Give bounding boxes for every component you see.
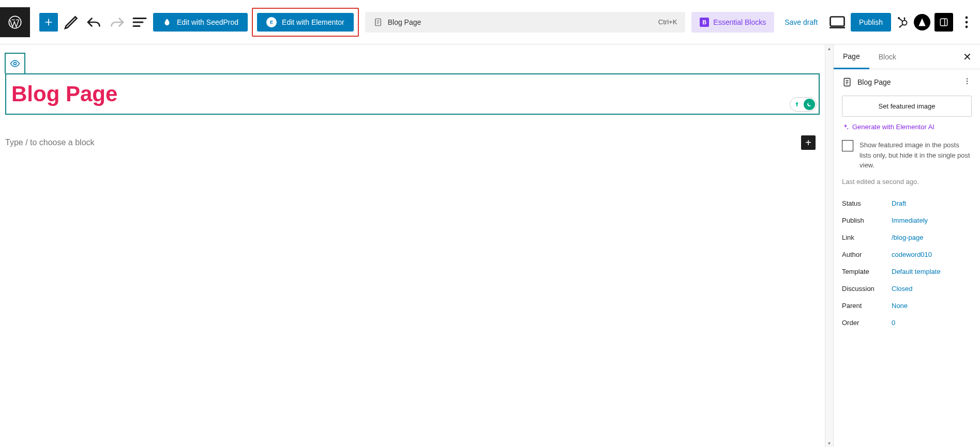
author-value[interactable]: codeword010 (892, 251, 932, 258)
svg-point-13 (967, 78, 968, 79)
tools-button[interactable] (62, 13, 81, 32)
meta-status: StatusDraft (842, 195, 972, 212)
elementor-label: Edit with Elementor (282, 18, 344, 26)
document-title-bar[interactable]: Blog Page Ctrl+K (365, 12, 686, 33)
generate-ai-link[interactable]: Generate with Elementor AI (842, 123, 972, 131)
svg-point-6 (899, 26, 900, 27)
wordpress-icon (8, 15, 22, 29)
hubspot-icon (896, 16, 909, 28)
elementor-highlight-box: E Edit with Elementor (252, 8, 359, 37)
order-value[interactable]: 0 (892, 319, 895, 327)
main-area: Blog Page Type / to choose a block + ▴ ▾… (0, 44, 980, 447)
svg-rect-2 (831, 17, 845, 26)
scroll-up-icon[interactable]: ▴ (825, 45, 833, 51)
more-vertical-icon (957, 13, 976, 32)
visibility-tab[interactable] (5, 53, 25, 73)
scroll-down-icon[interactable]: ▾ (825, 440, 833, 446)
paragraph-block[interactable]: Type / to choose a block + (5, 135, 820, 150)
featured-checkbox-label: Show featured image in the posts lists o… (860, 140, 972, 171)
undo-icon (85, 13, 103, 32)
meta-link: Link/blog-page (842, 229, 972, 246)
svg-point-8 (966, 16, 968, 19)
essential-blocks-icon: B (700, 18, 709, 27)
sidebar-body: Blog Page Set featured image Generate wi… (834, 69, 980, 338)
shortcut-hint: Ctrl+K (658, 18, 677, 26)
astra-button[interactable] (914, 14, 930, 30)
gen-ai-label: Generate with Elementor AI (852, 123, 934, 131)
parent-value[interactable]: None (892, 302, 908, 310)
svg-point-15 (967, 83, 968, 84)
title-badges (790, 97, 817, 112)
edit-seedprod-button[interactable]: Edit with SeedProd (153, 13, 248, 32)
meta-template: TemplateDefault template (842, 263, 972, 280)
page-icon (842, 77, 852, 87)
list-icon (130, 13, 149, 32)
tab-page[interactable]: Page (834, 44, 869, 69)
seedprod-label: Edit with SeedProd (177, 18, 238, 26)
close-sidebar-button[interactable]: ✕ (959, 51, 976, 63)
status-value[interactable]: Draft (892, 199, 906, 207)
options-button[interactable] (957, 13, 976, 32)
last-edited-text: Last edited a second ago. (842, 178, 972, 186)
svg-point-4 (898, 17, 900, 19)
essential-blocks-label: Essential Blocks (713, 18, 766, 26)
doc-title-text: Blog Page (388, 18, 421, 26)
publish-value[interactable]: Immediately (892, 217, 928, 224)
sidebar-toggle-button[interactable] (934, 13, 953, 32)
template-value[interactable]: Default template (892, 268, 941, 275)
featured-checkbox[interactable] (842, 140, 853, 151)
publish-label: Publish (859, 18, 883, 26)
set-featured-image-button[interactable]: Set featured image (842, 96, 972, 117)
scrollbar[interactable]: ▴ ▾ (825, 44, 833, 447)
elementor-icon: E (266, 17, 277, 27)
undo-button[interactable] (85, 13, 103, 32)
astra-icon (917, 17, 927, 27)
eye-icon (10, 58, 20, 69)
sidebar-tabs: Page Block ✕ (834, 44, 980, 69)
edit-elementor-button[interactable]: E Edit with Elementor (257, 13, 354, 32)
publish-button[interactable]: Publish (851, 13, 891, 32)
discussion-value[interactable]: Closed (892, 285, 912, 292)
block-placeholder: Type / to choose a block (5, 138, 801, 147)
add-block-button[interactable] (39, 13, 58, 32)
badge-chat[interactable] (804, 99, 815, 110)
page-title[interactable]: Blog Page (11, 82, 813, 106)
svg-point-11 (14, 63, 17, 65)
add-block-inline-button[interactable]: + (801, 135, 816, 150)
meta-publish: PublishImmediately (842, 212, 972, 229)
preview-button[interactable] (828, 13, 847, 32)
page-actions-button[interactable] (962, 76, 972, 87)
featured-checkbox-row: Show featured image in the posts lists o… (842, 140, 972, 171)
top-toolbar: Edit with SeedProd E Edit with Elementor… (0, 0, 980, 44)
editor-canvas[interactable]: Blog Page Type / to choose a block + (0, 44, 825, 447)
svg-point-5 (903, 17, 905, 19)
svg-point-10 (966, 25, 968, 28)
svg-rect-7 (940, 19, 947, 25)
essential-blocks-button[interactable]: B Essential Blocks (691, 12, 774, 33)
tab-block[interactable]: Block (869, 44, 906, 69)
page-summary-row: Blog Page (842, 76, 972, 87)
wordpress-logo[interactable] (0, 7, 30, 37)
document-overview-button[interactable] (130, 13, 149, 32)
panel-icon (939, 17, 949, 27)
settings-sidebar: Page Block ✕ Blog Page Set featured imag… (833, 44, 980, 447)
meta-discussion: DiscussionClosed (842, 280, 972, 297)
device-icon (828, 13, 847, 32)
link-value[interactable]: /blog-page (892, 234, 923, 241)
seedprod-icon (162, 18, 172, 27)
svg-point-14 (967, 81, 968, 82)
badge-arrow[interactable] (791, 99, 803, 110)
page-icon (373, 18, 383, 27)
hubspot-button[interactable] (895, 15, 910, 29)
more-vertical-icon (962, 76, 972, 86)
meta-parent: ParentNone (842, 297, 972, 314)
sparkle-icon (842, 124, 849, 131)
meta-author: Authorcodeword010 (842, 246, 972, 263)
title-block[interactable]: Blog Page (5, 73, 820, 115)
moon-icon (806, 101, 812, 107)
meta-order: Order0 (842, 314, 972, 331)
redo-button (108, 13, 126, 32)
svg-point-9 (966, 21, 968, 23)
plus-icon (43, 17, 54, 27)
save-draft-button[interactable]: Save draft (778, 18, 824, 26)
